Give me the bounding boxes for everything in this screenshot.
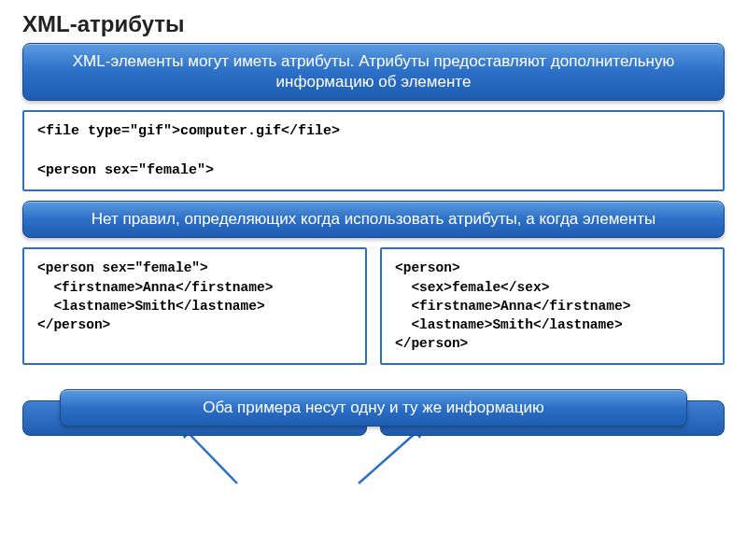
code-example-left: <person sex="female"> <firstname>Anna</f… xyxy=(22,247,367,364)
slide-title: XML-атрибуты xyxy=(22,11,725,37)
intro-callout: XML-элементы могут иметь атрибуты. Атриб… xyxy=(22,43,725,101)
bottom-callout: Оба примера несут одну и ту же информаци… xyxy=(60,389,687,427)
code-comparison-row: <person sex="female"> <firstname>Anna</f… xyxy=(22,247,725,364)
code-example-right: <person> <sex>female</sex> <firstname>An… xyxy=(380,247,725,364)
mid-callout: Нет правил, определяющих когда использов… xyxy=(22,201,725,238)
code-example-1: <file type="gif">computer.gif</file> <pe… xyxy=(22,110,725,191)
